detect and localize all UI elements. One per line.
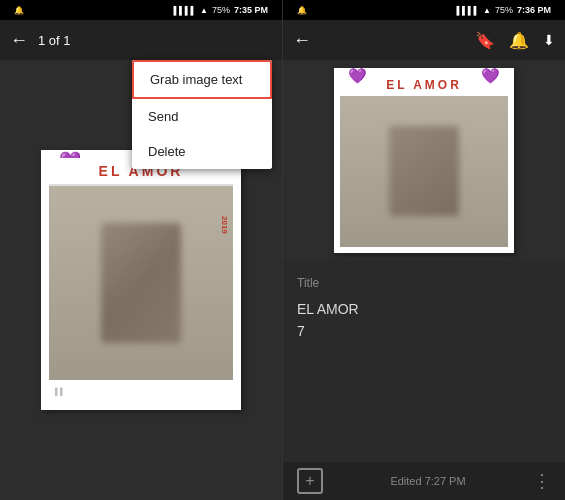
left-status-icons: 🔔 <box>14 6 24 15</box>
grab-image-text-button[interactable]: Grab image text <box>132 60 272 99</box>
right-bottom-bar: + Edited 7:27 PM ⋮ <box>283 462 565 500</box>
right-heart-right-icon: 💜 <box>481 67 500 85</box>
note-line-1: EL AMOR <box>297 298 551 320</box>
bell-icon[interactable]: 🔔 <box>509 31 529 50</box>
year-text-left: 2019 <box>220 216 229 234</box>
page-indicator: 1 of 1 <box>38 33 71 48</box>
right-status-icons: 🔔 <box>297 6 307 15</box>
more-options-button[interactable]: ⋮ <box>533 470 551 492</box>
photo-frame-right: 💜 💜 EL AMOR <box>334 68 514 253</box>
right-wifi-icon: ▲ <box>483 6 491 15</box>
right-signal-icon: ▌▌▌▌ <box>456 6 479 15</box>
right-battery: 75% <box>495 5 513 15</box>
left-time: 7:35 PM <box>234 5 268 15</box>
left-panel: 🔔 ▌▌▌▌ ▲ 75% 7:35 PM ← 1 of 1 Grab image… <box>0 0 282 500</box>
signal-icon: ▌▌▌▌ <box>173 6 196 15</box>
note-area: Title EL AMOR 7 <box>283 260 565 462</box>
right-time: 7:36 PM <box>517 5 551 15</box>
right-top-bar: ← 🔖 🔔 ⬇ <box>283 20 565 60</box>
frame-body-right <box>340 96 508 247</box>
right-status-bar: 🔔 ▌▌▌▌ ▲ 75% 7:36 PM <box>283 0 565 20</box>
right-notification-icon: 🔔 <box>297 6 307 15</box>
delete-button[interactable]: Delete <box>132 134 272 169</box>
right-back-button[interactable]: ← <box>293 30 311 51</box>
left-back-button[interactable]: ← <box>10 30 28 51</box>
frame-body-left: 2019 <box>49 186 233 380</box>
photo-frame-left: 💜 💜 EL AMOR 2019 ▌▌ <box>41 150 241 410</box>
wifi-icon: ▲ <box>200 6 208 15</box>
send-button[interactable]: Send <box>132 99 272 134</box>
dropdown-menu: Grab image text Send Delete <box>132 60 272 169</box>
left-top-bar: ← 1 of 1 Grab image text Send Delete <box>0 20 282 60</box>
note-title-label: Title <box>297 276 551 290</box>
bookmark-icon[interactable]: 🔖 <box>475 31 495 50</box>
frame-bottom-left: ▌▌ <box>49 380 233 402</box>
download-icon[interactable]: ⬇ <box>543 32 555 48</box>
left-battery: 75% <box>212 5 230 15</box>
edit-timestamp: Edited 7:27 PM <box>390 475 465 487</box>
notification-icon: 🔔 <box>14 6 24 15</box>
person-image-left <box>101 223 181 343</box>
right-heart-left-icon: 💜 <box>348 67 367 85</box>
person-image-right <box>389 126 459 216</box>
note-content: EL AMOR 7 <box>297 298 551 343</box>
right-top-icons: 🔖 🔔 ⬇ <box>475 31 555 50</box>
right-panel: 🔔 ▌▌▌▌ ▲ 75% 7:36 PM ← 🔖 🔔 ⬇ 💜 💜 EL AMOR <box>282 0 565 500</box>
note-line-2: 7 <box>297 320 551 342</box>
add-button[interactable]: + <box>297 468 323 494</box>
left-status-bar: 🔔 ▌▌▌▌ ▲ 75% 7:35 PM <box>0 0 282 20</box>
right-image-area: 💜 💜 EL AMOR <box>283 60 565 260</box>
